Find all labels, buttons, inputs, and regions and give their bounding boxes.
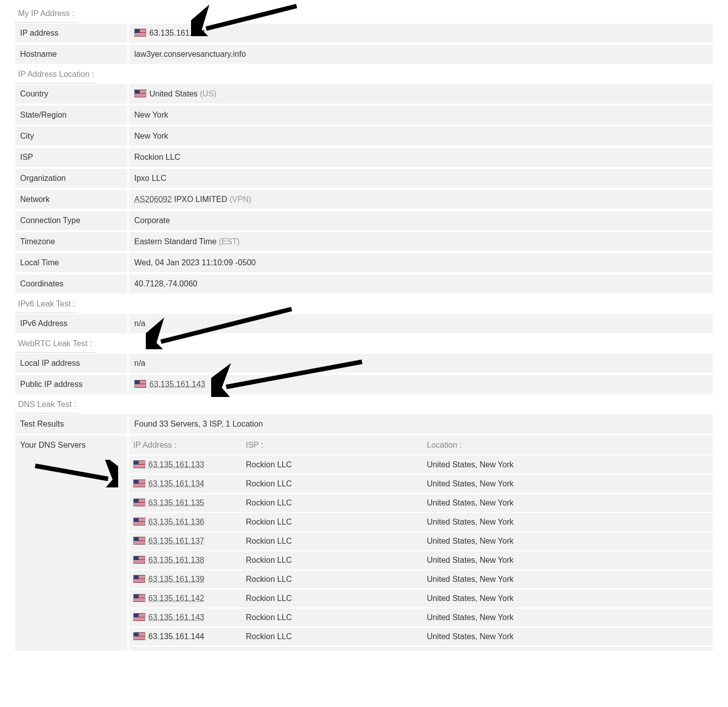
dns-ip-cell: 63.135.161.133 [133, 460, 246, 469]
public-ip-link[interactable]: 63.135.161.143 [149, 380, 205, 388]
dns-ip-cell: 63.135.161.137 [133, 537, 246, 546]
section-header-webrtc: WebRTC Leak Test : [15, 335, 95, 353]
dns-ip-cell: 63.135.161.138 [133, 556, 246, 565]
table-row: 63.135.161.135Rockion LLCUnited States, … [129, 493, 713, 512]
dns-loc-cell: United States, New York [427, 537, 709, 546]
label-dns-servers: Your DNS Servers [20, 441, 85, 449]
network-as-link[interactable]: AS206092 [134, 195, 172, 204]
row-hostname: Hostname law3yer.conservesanctuary.info [15, 45, 713, 66]
value-hostname: law3yer.conservesanctuary.info [129, 45, 713, 64]
dns-isp-cell: Rockion LLC [246, 460, 427, 469]
dns-ip-link[interactable]: 63.135.161.138 [148, 556, 204, 564]
dns-ip-cell: 63.135.161.143 [133, 613, 246, 622]
dns-ip-link[interactable]: 63.135.161.133 [148, 460, 204, 469]
row-ipv6: IPv6 Address n/a [15, 314, 713, 335]
row-coords: Coordinates 40.7128,-74.0060 [15, 274, 713, 295]
row-public-ip: Public IP address 63.135.161.143 [15, 375, 713, 396]
us-flag-icon [134, 29, 146, 37]
dns-isp-cell: Rockion LLC [246, 479, 427, 488]
dns-loc-cell: United States, New York [427, 556, 709, 565]
row-country: Country United States (US) [15, 84, 713, 106]
row-conn: Connection Type Corporate [15, 211, 713, 232]
dns-servers-table: Your DNS Servers IP Address : ISP : Loca… [15, 436, 713, 651]
dns-ip-link[interactable]: 63.135.161.136 [148, 518, 204, 526]
dns-rows-scroll[interactable]: 63.135.161.133Rockion LLCUnited States, … [129, 455, 713, 651]
value-network: AS206092 IPXO LIMITED (VPN) [129, 190, 713, 209]
section-header-dns: DNS Leak Test : [15, 396, 79, 414]
country-text: United States [149, 89, 198, 98]
dns-ip-link[interactable]: 63.135.161.143 [148, 613, 204, 622]
dns-ip-text: 63.135.161.144 [148, 632, 204, 641]
col-header-ip: IP Address : [133, 441, 246, 450]
dns-isp-cell: Rockion LLC [246, 498, 427, 508]
dns-ip-cell: 63.135.161.144 [133, 632, 246, 641]
value-ipv6: n/a [129, 314, 713, 333]
dns-ip-cell: 63.135.161.139 [133, 575, 246, 584]
value-localtime: Wed, 04 Jan 2023 11:10:09 -0500 [129, 253, 713, 272]
us-flag-icon [133, 498, 145, 507]
row-org: Organization Ipxo LLC [15, 169, 713, 190]
value-local-ip: n/a [129, 354, 713, 373]
dns-ip-link[interactable]: 63.135.161.134 [148, 479, 204, 488]
row-ip-address: IP address 63.135.161.144 [15, 24, 713, 45]
dns-ip-cell: 63.135.161.134 [133, 479, 246, 488]
label-org: Organization [15, 169, 129, 188]
us-flag-icon [133, 479, 145, 487]
value-test-results: Found 33 Servers, 3 ISP, 1 Location [129, 415, 713, 434]
row-network: Network AS206092 IPXO LIMITED (VPN) [15, 190, 713, 211]
dns-ip-link[interactable]: 63.135.161.137 [148, 537, 204, 545]
dns-ip-link[interactable]: 63.135.161.139 [148, 575, 204, 583]
value-tz: Eastern Standard Time (EST) [129, 232, 713, 251]
label-network: Network [15, 190, 129, 209]
value-isp: Rockion LLC [129, 148, 713, 167]
value-org: Ipxo LLC [129, 169, 713, 188]
label-public-ip: Public IP address [15, 375, 129, 394]
dns-loc-cell: United States, New York [427, 613, 709, 622]
dns-ip-link[interactable]: 63.135.161.142 [148, 594, 204, 602]
label-hostname: Hostname [15, 45, 129, 64]
col-header-isp: ISP : [246, 441, 427, 450]
us-flag-icon [134, 89, 146, 97]
label-isp: ISP [15, 148, 129, 167]
us-flag-icon [133, 632, 145, 640]
section-header-ipv6: IPv6 Leak Test : [15, 295, 78, 313]
tz-text: Eastern Standard Time [134, 237, 217, 246]
us-flag-icon [133, 556, 145, 564]
row-state: State/Region New York [15, 106, 713, 127]
label-conn: Connection Type [15, 211, 129, 230]
us-flag-icon [134, 380, 146, 388]
us-flag-icon [133, 537, 145, 545]
table-row: 63.135.161.145Rockion LLCUnited States, … [129, 646, 713, 651]
table-row: 63.135.161.133Rockion LLCUnited States, … [129, 455, 713, 474]
label-local-ip: Local IP address [15, 354, 129, 373]
dns-ip-cell: 63.135.161.142 [133, 594, 246, 603]
table-row: 63.135.161.136Rockion LLCUnited States, … [129, 512, 713, 531]
value-coords: 40.7128,-74.0060 [129, 274, 713, 293]
network-tag: (VPN) [229, 195, 251, 204]
label-test-results: Test Results [15, 415, 129, 434]
country-code: (US) [200, 89, 217, 98]
dns-loc-cell: United States, New York [427, 575, 709, 584]
section-header-location: IP Address Location : [15, 66, 97, 83]
ip-text: 63.135.161.144 [149, 29, 205, 37]
table-row: 63.135.161.142Rockion LLCUnited States, … [129, 588, 713, 608]
label-ip: IP address [15, 24, 129, 43]
dns-loc-cell: United States, New York [427, 498, 709, 508]
us-flag-icon [133, 518, 145, 526]
us-flag-icon [133, 613, 145, 621]
label-coords: Coordinates [15, 274, 129, 293]
dns-loc-cell: United States, New York [427, 479, 709, 488]
row-localtime: Local Time Wed, 04 Jan 2023 11:10:09 -05… [15, 253, 713, 274]
dns-isp-cell: Rockion LLC [246, 594, 427, 603]
label-country: Country [15, 84, 129, 104]
label-tz: Timezone [15, 232, 129, 251]
value-state: New York [129, 106, 713, 125]
dns-loc-cell: United States, New York [427, 632, 709, 641]
table-row: 63.135.161.137Rockion LLCUnited States, … [129, 531, 713, 550]
value-conn: Corporate [129, 211, 713, 230]
row-city: City New York [15, 127, 713, 148]
dns-ip-link[interactable]: 63.135.161.135 [148, 498, 204, 507]
value-city: New York [129, 127, 713, 146]
us-flag-icon [133, 575, 145, 583]
dns-table-header: IP Address : ISP : Location : [129, 436, 713, 455]
